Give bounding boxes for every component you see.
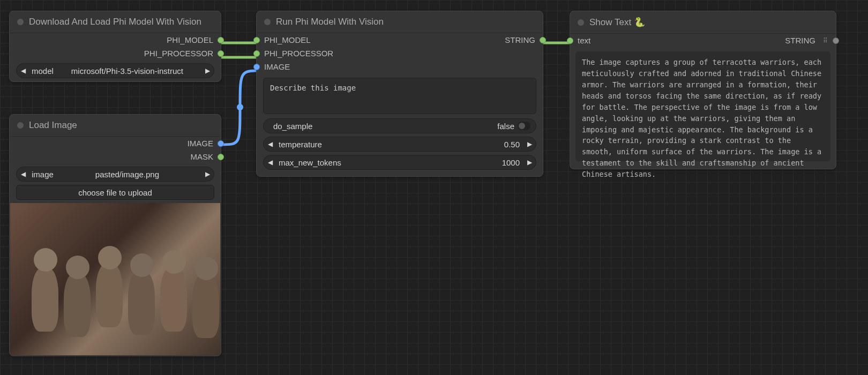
chevron-right-icon[interactable]: ▶ [523,140,536,148]
max-new-tokens-stepper[interactable]: ◀ max_new_tokens 1000 ▶ [263,155,536,170]
widget-label: image [29,170,54,179]
chevron-right-icon[interactable]: ▶ [201,67,214,74]
snake-icon: 🐍 [634,17,645,27]
node-header[interactable]: Show Text 🐍 [570,11,836,34]
widget-label: temperature [276,140,322,149]
temperature-stepper[interactable]: ◀ temperature 0.50 ▶ [263,137,536,152]
image-path-selector[interactable]: ◀ image pasted/image.png ▶ [16,167,214,182]
input-slot-text[interactable]: text [570,36,598,45]
node-title: Load Image [29,120,77,131]
image-preview [10,203,220,355]
port-icon[interactable] [218,50,224,57]
widget-label: model [29,66,54,76]
port-icon[interactable] [253,64,260,70]
node-title-text: Show Text [589,17,631,27]
output-slot-phi-processor[interactable]: PHI_PROCESSOR [137,49,221,58]
collapse-dot-icon[interactable] [578,19,584,26]
node-title: Show Text 🐍 [589,17,645,28]
port-icon[interactable] [218,140,224,147]
collapse-dot-icon[interactable] [17,19,24,25]
widget-value: false [312,122,518,131]
collapse-dot-icon[interactable] [17,122,24,129]
widget-label: do_sample [271,122,312,131]
input-slot-image[interactable]: IMAGE [257,62,297,71]
port-icon[interactable] [218,154,224,160]
node-title: Download And Load Phi Model With Vision [29,17,201,27]
node-header[interactable]: Load Image [10,115,221,137]
port-icon[interactable] [540,37,546,43]
prompt-textarea[interactable]: Describe this image [263,78,536,114]
do-sample-toggle[interactable]: do_sample false [263,118,536,133]
chevron-left-icon[interactable]: ◀ [264,140,276,148]
chevron-left-icon[interactable]: ◀ [264,159,276,166]
port-icon[interactable] [833,38,839,44]
output-text-display: The image captures a group of terracotta… [575,51,830,161]
chevron-left-icon[interactable]: ◀ [17,170,29,178]
choose-file-button[interactable]: choose file to upload [16,185,214,200]
output-slot-string[interactable]: STRING [777,36,823,45]
port-icon[interactable] [253,37,260,43]
widget-value: microsoft/Phi-3.5-vision-instruct [54,66,201,76]
output-slot-image[interactable]: IMAGE [180,139,221,148]
node-show-text[interactable]: Show Text 🐍 text STRING ⠿ The image capt… [570,11,836,169]
input-slot-phi-processor[interactable]: PHI_PROCESSOR [257,49,341,58]
input-slot-phi-model[interactable]: PHI_MODEL [257,35,318,44]
chevron-left-icon[interactable]: ◀ [17,67,29,74]
widget-value: 0.50 [322,140,523,149]
port-icon[interactable] [567,38,573,44]
node-load-image[interactable]: Load Image IMAGE MASK ◀ image pasted/ima… [9,114,221,356]
model-selector[interactable]: ◀ model microsoft/Phi-3.5-vision-instruc… [16,63,214,78]
output-slot-phi-model[interactable]: PHI_MODEL [159,35,221,44]
widget-label: max_new_tokens [276,158,341,167]
collapse-dot-icon[interactable] [264,19,271,25]
node-header[interactable]: Download And Load Phi Model With Vision [10,11,221,33]
node-download-phi-model[interactable]: Download And Load Phi Model With Vision … [9,11,221,82]
output-slot-string[interactable]: STRING [497,35,543,44]
toggle-off-icon[interactable] [518,122,530,130]
node-run-phi-model[interactable]: Run Phi Model With Vision PHI_MODEL STRI… [256,11,543,177]
node-header[interactable]: Run Phi Model With Vision [257,11,543,33]
chevron-right-icon[interactable]: ▶ [201,170,214,178]
node-title: Run Phi Model With Vision [276,17,384,27]
port-icon[interactable] [218,37,224,43]
widget-value: 1000 [341,158,523,167]
chevron-right-icon[interactable]: ▶ [523,159,536,166]
svg-point-0 [237,104,243,110]
widget-value: pasted/image.png [54,170,201,179]
port-icon[interactable] [253,50,260,57]
output-slot-mask[interactable]: MASK [183,152,221,161]
